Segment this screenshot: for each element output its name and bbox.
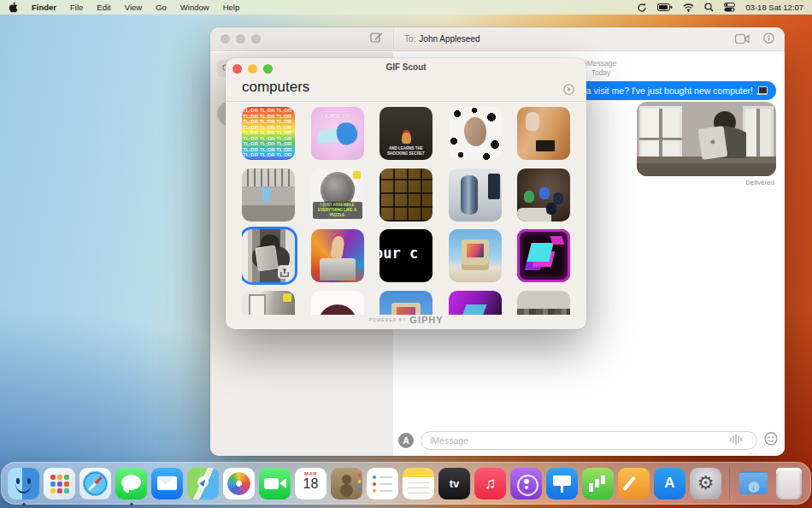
dock: MAR18tv	[1, 462, 811, 505]
dock-icon-messages[interactable]	[115, 468, 147, 499]
dock-icon-settings[interactable]	[690, 468, 721, 499]
dock-icon-numbers[interactable]	[582, 468, 614, 499]
zoom-button[interactable]	[251, 34, 261, 44]
dock-icon-downloads[interactable]	[738, 468, 769, 499]
dock-icon-calendar[interactable]: MAR18	[295, 468, 327, 499]
menu-item-edit[interactable]: Edit	[97, 3, 110, 12]
search-icon[interactable]	[704, 3, 714, 12]
giphy-logo: GIPHY	[409, 315, 443, 325]
menu-item-finder[interactable]: Finder	[32, 3, 56, 12]
menu-item-view[interactable]: View	[125, 3, 142, 12]
messages-traffic-lights[interactable]	[221, 34, 261, 44]
menu-item-help[interactable]: Help	[223, 3, 240, 12]
emoji-picker-icon[interactable]	[764, 432, 778, 449]
dock-icon-notes[interactable]	[403, 468, 434, 499]
gif-thumbnail-cylinder-mac[interactable]	[449, 168, 502, 222]
gif-thumbnail-shop-laptop[interactable]	[517, 107, 570, 160]
gif-thumbnail-mannequin-head[interactable]	[449, 107, 502, 160]
gif-thumbnail-classic-macintosh[interactable]	[449, 229, 502, 282]
audio-message-icon[interactable]	[730, 433, 742, 448]
messages-titlebar[interactable]: To:John Appleseed	[210, 27, 785, 51]
delivered-status: Delivered	[745, 179, 774, 186]
gif-thumbnail-psychedelic-monitor[interactable]	[311, 229, 364, 282]
menu-item-file[interactable]: File	[70, 3, 83, 12]
conversation-date-header: iMessage Today	[585, 59, 616, 78]
apple-menu-icon[interactable]	[9, 2, 18, 13]
dock-icon-finder[interactable]	[8, 468, 39, 499]
gif-thumbnail-group-working[interactable]	[517, 168, 570, 222]
menu-clock[interactable]: 03-18 Sat 12:07	[745, 3, 803, 12]
gif-caption: our c	[380, 245, 432, 262]
dock-icon-photos[interactable]	[223, 468, 255, 499]
video-call-icon[interactable]	[735, 32, 750, 47]
dock-icon-reminders[interactable]	[367, 468, 398, 499]
gif-search-row[interactable]: computers	[226, 75, 586, 101]
running-indicator	[130, 503, 132, 505]
gif-thumbnail-man-macbook[interactable]	[242, 229, 295, 282]
gif-thumbnail-sculpture-head[interactable]: I JUST ASSEMBLE EVERYTHING LIKE A PUZZLE	[311, 168, 364, 222]
gif-thumbnail-neon-glitch[interactable]	[517, 229, 570, 282]
dock-icon-contacts[interactable]	[331, 468, 362, 499]
gif-search-input[interactable]: computers	[242, 79, 309, 96]
dock-icon-pages[interactable]	[618, 468, 650, 499]
control-center-icon[interactable]	[724, 3, 735, 12]
menu-item-window[interactable]: Window	[180, 3, 209, 12]
sync-icon[interactable]	[637, 3, 647, 13]
close-button[interactable]	[221, 34, 230, 44]
laptop-emoji-icon	[756, 86, 768, 95]
dock-icon-keynote[interactable]	[546, 468, 578, 499]
dock-icon-appstore[interactable]	[654, 468, 685, 499]
running-indicator	[22, 503, 25, 505]
imessage-apps-button[interactable]: A	[398, 433, 414, 448]
powered-by-label: POWERED BY	[368, 317, 406, 322]
dock-icon-podcasts[interactable]	[510, 468, 542, 499]
menu-bar: FinderFileEditViewGoWindowHelp 03-18 Sat…	[0, 0, 812, 15]
gif-window-title: GIF Scout	[226, 62, 586, 72]
dock-icon-maps[interactable]	[187, 468, 219, 499]
gif-caption: LIKE !!!	[311, 112, 364, 120]
gif-caption: TL;DR TL;DR TL;DR TL;DR TL;DR TL;DR TL;D…	[243, 108, 294, 159]
date-label: Today	[585, 68, 616, 78]
dock-icon-mail[interactable]	[151, 468, 183, 499]
dock-icon-launchpad[interactable]	[44, 468, 75, 499]
dock-icon-music[interactable]	[474, 468, 506, 499]
menu-item-go[interactable]: Go	[156, 3, 167, 12]
gif-results-grid: TL;DR TL;DR TL;DR TL;DR TL;DR TL;DR TL;D…	[242, 107, 570, 315]
info-icon[interactable]	[763, 32, 774, 47]
share-badge-icon[interactable]	[278, 265, 291, 279]
giphy-attribution: POWERED BYGIPHY	[226, 311, 586, 327]
dock-icon-facetime[interactable]	[259, 468, 291, 499]
gif-thumbnail-office-scene[interactable]	[242, 168, 295, 222]
gif-thumbnail-wooden-shelves[interactable]	[380, 168, 432, 222]
dock-icon-safari[interactable]	[79, 468, 111, 499]
gif-caption: I JUST ASSEMBLE EVERYTHING LIKE A PUZZLE	[313, 202, 362, 219]
battery-icon[interactable]	[657, 3, 673, 12]
divider	[226, 101, 586, 102]
gif-thumbnail-cartoon-secret[interactable]: AND LEARNS THE SHOCKING SECRET	[380, 107, 432, 160]
history-icon[interactable]	[563, 83, 574, 98]
minimize-button[interactable]	[236, 34, 245, 44]
gif-thumbnail-tldr-rainbow[interactable]: TL;DR TL;DR TL;DR TL;DR TL;DR TL;DR TL;D…	[242, 107, 295, 160]
compose-icon[interactable]	[370, 31, 383, 47]
service-label: iMessage	[585, 59, 616, 68]
to-label: To:	[404, 34, 415, 44]
dock-divider	[729, 467, 730, 499]
message-input[interactable]	[421, 431, 757, 450]
gif-thumbnail-like-illustration[interactable]: LIKE !!!	[311, 107, 364, 160]
recipient-line[interactable]: To:John Appleseed	[404, 34, 480, 44]
message-input-bar: A	[398, 430, 778, 451]
tv-label: tv	[450, 477, 460, 490]
sent-gif-message[interactable]	[637, 102, 776, 176]
recipient-name: John Appleseed	[419, 34, 480, 44]
menu-items: FinderFileEditViewGoWindowHelp	[32, 3, 239, 12]
dock-icon-tv[interactable]: tv	[438, 468, 470, 499]
gif-caption: AND LEARNS THE SHOCKING SECRET	[380, 146, 432, 157]
calendar-day-label: 18	[295, 476, 327, 491]
gif-thumbnail-pixel-text[interactable]: our c	[380, 229, 432, 282]
gif-scout-window: GIF Scout computers TL;DR TL;DR TL;DR TL…	[226, 58, 586, 329]
wifi-icon[interactable]	[683, 3, 694, 12]
dock-icon-trash[interactable]	[776, 468, 802, 499]
desktop: FinderFileEditViewGoWindowHelp 03-18 Sat…	[0, 0, 812, 508]
